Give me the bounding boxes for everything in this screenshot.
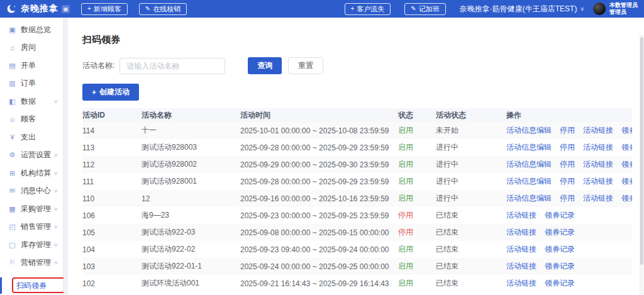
avatar[interactable] <box>593 3 606 15</box>
search-button[interactable]: 查询 <box>248 57 282 74</box>
plus-icon: + <box>92 88 96 97</box>
sidebar-item-customers[interactable]: ☺ 顾客 <box>0 111 63 129</box>
table-row: 106 海9—23 2025-09-23 00:00:00 ~ 2025-09-… <box>82 207 632 224</box>
customer-loss-label: 客户流失 <box>357 4 384 14</box>
sidebar-item-expenses[interactable]: ¥ 支出 <box>0 128 63 147</box>
action-link[interactable]: 活动链接 <box>583 177 613 186</box>
action-link[interactable]: 停用 <box>560 126 575 135</box>
create-activity-label: 创建活动 <box>99 87 130 97</box>
scrollbar[interactable] <box>640 35 644 295</box>
action-link[interactable]: 活动信息编辑 <box>506 177 552 186</box>
action-link[interactable]: 活动信息编辑 <box>506 194 552 203</box>
sidebar-item-inventory-management[interactable]: ▢ 库存管理 ∨ <box>0 236 63 254</box>
cell-activity-time: 2025-09-21 16:14:43 ~ 2025-09-29 16:14:4… <box>240 279 398 288</box>
action-link[interactable]: 领券记录 <box>545 211 575 220</box>
action-link[interactable]: 活动链接 <box>506 279 536 287</box>
edit-icon: ✎ <box>411 6 416 12</box>
cell-status: 启用 <box>398 244 436 255</box>
activity-name-label: 活动名称: <box>82 60 114 71</box>
action-link[interactable]: 活动链接 <box>506 262 536 270</box>
action-link[interactable]: 领券记录 <box>621 177 632 186</box>
action-link[interactable]: 活动链接 <box>506 211 536 220</box>
sidebar-item-orders[interactable]: ▥ 订单 <box>0 75 63 93</box>
cell-activity-name: 测试活动922-01-1 <box>142 261 240 272</box>
action-link[interactable]: 活动链接 <box>506 228 536 237</box>
filter-bar: 活动名称: 查询 重置 <box>82 57 632 74</box>
action-link[interactable]: 领券记录 <box>621 143 632 152</box>
action-link[interactable]: 活动链接 <box>506 245 536 253</box>
sidebar-item-data[interactable]: ◧ 数据 ∨ <box>0 92 63 111</box>
action-link[interactable]: 活动链接 <box>583 143 613 152</box>
record-overtime-button[interactable]: ✎ 记加班 <box>404 3 445 15</box>
activity-name-input[interactable] <box>119 58 225 74</box>
sidebar-item-scan-coupon[interactable]: 扫码领券 <box>0 276 63 295</box>
cell-activity-id: 104 <box>82 245 142 254</box>
online-verify-label: 在线核销 <box>153 4 180 14</box>
table-header: 活动ID 活动名称 活动时间 状态 活动状态 操作 <box>82 108 632 122</box>
action-link[interactable]: 活动链接 <box>583 126 613 135</box>
action-link[interactable]: 停用 <box>560 177 575 186</box>
sidebar-item-operation-settings[interactable]: ⚙ 运营设置 ∨ <box>0 147 63 165</box>
cell-activity-name: 12 <box>142 194 240 203</box>
action-link[interactable]: 领券记录 <box>621 126 632 135</box>
action-link[interactable]: 领券记录 <box>545 245 575 253</box>
customer-loss-button[interactable]: + 客户流失 <box>345 3 391 15</box>
sidebar-item-rooms[interactable]: ⌂ 房间 <box>0 39 63 57</box>
sidebar-item-message-center[interactable]: ✉ 消息中心 ∨ <box>0 182 63 201</box>
scan-coupon-label: 扫码领券 <box>16 281 47 291</box>
action-link[interactable]: 活动信息编辑 <box>506 160 552 169</box>
create-activity-button[interactable]: + 创建活动 <box>82 84 139 101</box>
action-link[interactable]: 活动链接 <box>583 194 613 203</box>
chevron-down-icon: ∨ <box>53 224 58 230</box>
cell-status: 启用 <box>398 176 436 187</box>
cell-activity-status: 已结束 <box>436 210 506 221</box>
col-activity-status: 活动状态 <box>436 110 506 121</box>
cell-activity-id: 112 <box>82 160 142 169</box>
online-verify-button[interactable]: ✎ 在线核销 <box>139 3 187 15</box>
cart-icon: ▦ <box>8 205 16 213</box>
main-content: 扫码领券 活动名称: 查询 重置 + 创建活动 活动ID 活动名称 活动时间 状… <box>68 18 644 295</box>
cell-activity-id: 111 <box>82 177 142 186</box>
action-link[interactable]: 领券记录 <box>545 262 575 270</box>
action-link[interactable]: 活动信息编辑 <box>506 143 552 152</box>
cell-activity-status: 已结束 <box>436 278 506 289</box>
action-link[interactable]: 领券记录 <box>545 228 575 237</box>
cell-actions: 活动信息编辑停用活动链接领券记录 <box>506 125 632 136</box>
table-row: 114 十一 2025-10-01 00:00:00 ~ 2025-10-08 … <box>82 122 632 139</box>
cell-activity-id: 114 <box>82 126 142 135</box>
cell-activity-status: 进行中 <box>436 142 506 153</box>
sidebar-item-data-overview[interactable]: ▣ 数据总览 <box>0 21 63 39</box>
page-title: 扫码领券 <box>82 34 632 46</box>
calculator-icon: ⊞ <box>8 169 16 177</box>
action-link[interactable]: 活动链接 <box>583 160 613 169</box>
chevron-down-icon: ∨ <box>53 170 58 176</box>
cell-activity-time: 2025-09-29 00:00:00 ~ 2025-09-30 23:59:5… <box>240 160 398 169</box>
action-link[interactable]: 停用 <box>560 160 575 169</box>
action-link[interactable]: 停用 <box>560 194 575 203</box>
action-link[interactable]: 领券记录 <box>545 279 575 287</box>
table-row: 103 测试活动922-01-1 2025-09-24 00:00:00 ~ 2… <box>82 258 632 275</box>
sidebar-item-org-settlement[interactable]: ⊞ 机构结算 ∨ <box>0 164 63 182</box>
cell-activity-name: 测试活动922-03 <box>142 227 240 238</box>
user-info: 本数管理员 管理员 <box>609 2 638 16</box>
sidebar-item-marketing-management[interactable]: ⚐ 营销管理 ∧ <box>0 254 63 272</box>
cell-status: 启用 <box>398 159 436 170</box>
action-link[interactable]: 停用 <box>560 143 575 152</box>
action-link[interactable]: 领券记录 <box>621 160 632 169</box>
add-customer-button[interactable]: + 新增顾客 <box>81 3 128 15</box>
reset-button[interactable]: 重置 <box>288 57 323 74</box>
col-activity-time: 活动时间 <box>240 110 398 121</box>
sidebar-item-create-order[interactable]: ▤ 开单 <box>0 57 63 75</box>
logo-text: 奈晚推拿 <box>21 3 58 14</box>
store-selector[interactable]: 奈晚推拿·筋骨健康(牛王庙店TEST) ∨ <box>460 4 584 14</box>
edit-icon: ✎ <box>145 6 150 12</box>
sales-icon: ◰ <box>8 223 16 231</box>
action-link[interactable]: 领券记录 <box>621 194 632 203</box>
chevron-down-icon: ∨ <box>53 99 58 104</box>
sidebar-item-purchase-management[interactable]: ▦ 采购管理 ∨ <box>0 200 63 218</box>
sidebar-item-sales-management[interactable]: ◰ 销售管理 ∨ <box>0 218 63 237</box>
cell-activity-status: 已结束 <box>436 244 506 255</box>
action-link[interactable]: 活动信息编辑 <box>506 126 552 135</box>
scrollbar-thumb[interactable] <box>640 37 643 265</box>
cell-activity-name: 测试活动928003 <box>142 142 240 153</box>
